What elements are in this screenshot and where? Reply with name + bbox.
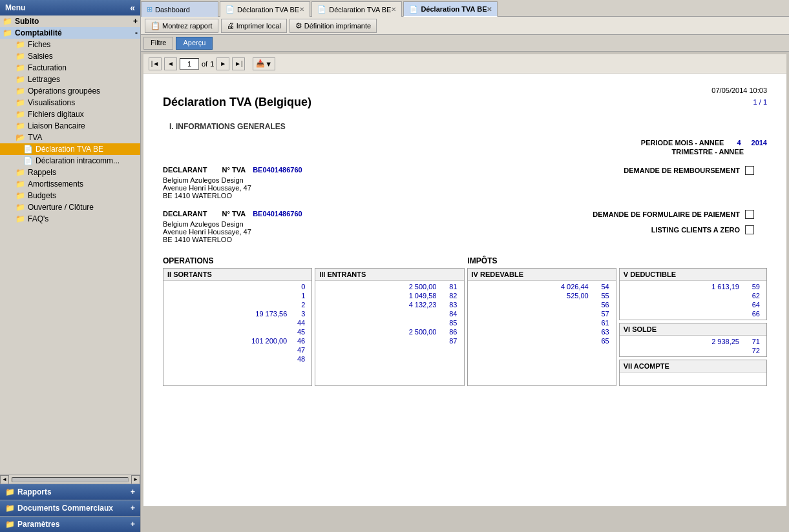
montrez-rapport-button[interactable]: 📋 Montrez rapport	[145, 19, 218, 33]
report-content: 07/05/2014 10:03 Déclaration TVA (Belgiq…	[143, 74, 786, 399]
sidebar-item-lettrages[interactable]: 📁 Lettrages	[0, 74, 140, 85]
amortissements-label: Amortissements	[28, 179, 83, 189]
sortants-row-45: 45	[166, 327, 309, 336]
periode-year: 2014	[752, 139, 767, 147]
nav-next-button[interactable]: ►	[216, 57, 229, 70]
apercu-tab[interactable]: Aperçu	[176, 37, 213, 50]
nav-last-button[interactable]: ►|	[232, 57, 245, 70]
liaison-bancaire-label: Liaison Bancaire	[28, 121, 85, 130]
sortants-code-3: 3	[295, 310, 305, 318]
entrants-val-81: 2 500,00	[409, 283, 437, 291]
fiches-folder-icon: 📁	[16, 40, 25, 49]
liaison-bancaire-folder-icon: 📁	[16, 121, 25, 130]
sortants-row-3: 19 173,56 3	[166, 309, 309, 318]
report-area: |◄ ◄ of 1 ► ►| 📥 ▼	[141, 52, 789, 532]
comptabilite-expand-icon[interactable]: -	[135, 28, 138, 37]
solde-row-71: 2 938,25 71	[622, 337, 764, 346]
tab3-close-icon[interactable]: ✕	[487, 6, 492, 13]
sortants-row-47: 47	[166, 345, 309, 354]
tab1-close-icon[interactable]: ✕	[299, 6, 304, 13]
sidebar-section-header-docs-commerciaux[interactable]: 📁 Documents Commerciaux +	[0, 500, 140, 516]
sortants-code-47: 47	[295, 346, 305, 354]
redevable-code-55: 55	[596, 292, 609, 300]
tab-dashboard[interactable]: ⊞ Dashboard	[141, 1, 218, 17]
page-number-input[interactable]	[180, 58, 199, 70]
solde-code-72: 72	[747, 347, 760, 354]
report-page-info: 1 / 1	[753, 96, 767, 106]
comptabilite-label: Comptabilité	[15, 28, 62, 37]
sidebar-bottom: 📁 Rapports + 📁 Documents Commerciaux + 📁	[0, 484, 140, 532]
tab-declaration-tva-be-1[interactable]: 📄 Déclaration TVA BE ✕	[220, 1, 310, 17]
declarant1-tva-num: BE0401486760	[253, 166, 302, 174]
sidebar-section-header-parametres[interactable]: 📁 Paramètres +	[0, 517, 140, 532]
entrants-code-86: 86	[445, 328, 458, 336]
sidebar-item-fiches[interactable]: 📁 Fiches	[0, 39, 140, 50]
lettrages-label: Lettrages	[28, 75, 60, 84]
sidebar-item-operations-groupees[interactable]: 📁 Opérations groupées	[0, 85, 140, 97]
budgets-folder-icon: 📁	[16, 191, 25, 200]
sidebar-item-declaration-tva-be[interactable]: 📄 Déclaration TVA BE	[0, 143, 140, 155]
nav-first-button[interactable]: |◄	[149, 57, 162, 70]
definition-imprimante-button[interactable]: ⚙ Définition imprimante	[289, 19, 377, 33]
export-dropdown-icon: ▼	[265, 60, 272, 68]
sidebar-item-budgets[interactable]: 📁 Budgets	[0, 190, 140, 201]
scroll-right-arrow[interactable]: ►	[131, 475, 140, 484]
fiches-label: Fiches	[28, 40, 50, 49]
scroll-track[interactable]	[12, 477, 129, 482]
sortants-row-46: 101 200,00 46	[166, 336, 309, 345]
sidebar-item-visualisations[interactable]: 📁 Visualisations	[0, 97, 140, 108]
sidebar-item-amortissements[interactable]: 📁 Amortissements	[0, 178, 140, 190]
grid-section: II SORTANTS 0 1	[163, 268, 767, 386]
sortants-code-2: 2	[295, 301, 305, 309]
solde-row-72: 72	[622, 346, 764, 355]
amortissements-folder-icon: 📁	[16, 179, 25, 189]
sidebar-section-header-rapports[interactable]: 📁 Rapports +	[0, 484, 140, 500]
docs-commerciaux-expand-icon[interactable]: +	[131, 504, 135, 513]
of-label: of	[202, 60, 207, 68]
entrants-val-82: 1 049,58	[409, 292, 437, 300]
rapports-expand-icon[interactable]: +	[131, 487, 135, 496]
dashboard-tab-icon: ⊞	[147, 5, 153, 14]
acompte-box: VII ACOMPTE	[619, 360, 767, 386]
export-button[interactable]: 📥 ▼	[253, 57, 275, 70]
facturation-label: Facturation	[28, 63, 67, 72]
ouverture-cloture-folder-icon: 📁	[16, 203, 25, 212]
sortants-code-48: 48	[295, 355, 305, 363]
formulaire-checkbox[interactable]	[745, 210, 754, 219]
tab-declaration-tva-be-3[interactable]: 📄 Déclaration TVA BE ✕	[403, 1, 498, 17]
imprimer-local-button[interactable]: 🖨 Imprimer local	[221, 19, 287, 33]
remboursement-checkbox[interactable]	[745, 166, 754, 175]
toolbar: 📋 Montrez rapport 🖨 Imprimer local ⚙ Déf…	[141, 17, 789, 35]
sidebar-item-liaison-bancaire[interactable]: 📁 Liaison Bancaire	[0, 120, 140, 132]
sidebar-item-tva[interactable]: 📂 TVA	[0, 132, 140, 143]
report-date: 07/05/2014 10:03	[711, 87, 767, 94]
tab-dashboard-label: Dashboard	[155, 6, 190, 14]
sidebar-scrollbar-h[interactable]: ◄ ►	[0, 475, 140, 484]
sidebar-item-facturation[interactable]: 📁 Facturation	[0, 62, 140, 74]
redevable-code-56: 56	[596, 301, 609, 309]
sidebar-group-header-subito[interactable]: 📁 Subito +	[0, 15, 140, 27]
deductible-row-62: 62	[622, 291, 764, 300]
sortants-title: II SORTANTS	[163, 269, 311, 281]
sidebar-collapse-icon[interactable]: «	[130, 3, 135, 13]
sidebar-item-fichiers-digitaux[interactable]: 📁 Fichiers digitaux	[0, 108, 140, 120]
sidebar-item-faqs[interactable]: 📁 FAQ's	[0, 213, 140, 225]
tab2-close-icon[interactable]: ✕	[391, 6, 396, 13]
sortants-code-0: 0	[295, 283, 305, 291]
section1-title: I. INFORMATIONS GENERALES	[169, 122, 767, 131]
listing-checkbox[interactable]	[745, 225, 754, 234]
subito-expand-icon[interactable]: +	[133, 17, 138, 26]
sidebar-item-saisies[interactable]: 📁 Saisies	[0, 50, 140, 62]
export-icon: 📥	[256, 59, 265, 68]
scroll-left-arrow[interactable]: ◄	[0, 475, 9, 484]
sidebar-item-rappels[interactable]: 📁 Rappels	[0, 167, 140, 178]
sidebar-item-ouverture-cloture[interactable]: 📁 Ouverture / Clôture	[0, 201, 140, 213]
nav-prev-button[interactable]: ◄	[164, 57, 177, 70]
parametres-expand-icon[interactable]: +	[131, 520, 135, 529]
sidebar-group-header-comptabilite[interactable]: 📁 Comptabilité -	[0, 27, 140, 39]
filtre-tab[interactable]: Filtre	[143, 37, 173, 50]
deductible-row-66: 66	[622, 309, 764, 318]
redevable-box: IV REDEVABLE 4 026,44 54 525,00 55	[467, 268, 616, 386]
sidebar-item-declaration-intracomm[interactable]: 📄 Déclaration intracomm...	[0, 155, 140, 167]
tab-declaration-tva-be-2[interactable]: 📄 Déclaration TVA BE ✕	[311, 1, 402, 17]
